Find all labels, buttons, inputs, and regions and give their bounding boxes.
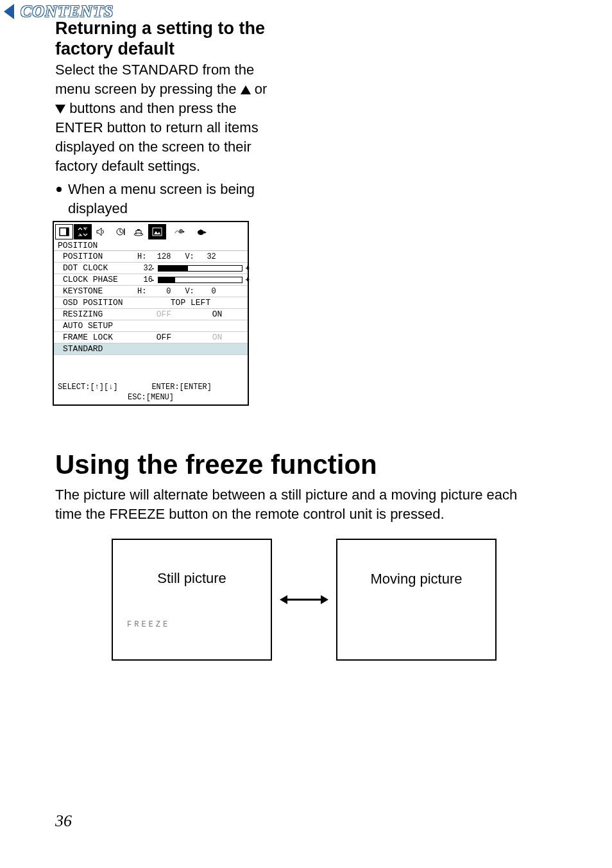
bullet-dot-icon	[56, 187, 62, 192]
language-icon	[167, 224, 192, 239]
back-arrow-icon	[4, 4, 14, 19]
svg-marker-2	[97, 228, 101, 236]
osd-rows: POSITION H: 128 V: 32 DOT CLOCK 32 - +	[54, 251, 248, 355]
row-position: POSITION H: 128 V: 32	[54, 251, 248, 263]
freeze-marker: FREEZE	[127, 620, 170, 629]
svg-rect-6	[124, 229, 125, 235]
section2-paragraph: The picture will alternate between a sti…	[55, 485, 543, 524]
svg-point-14	[198, 230, 204, 235]
row-label: DOT CLOCK	[63, 263, 137, 273]
bullet-item: When a menu screen is being displayed	[55, 180, 273, 218]
row-frame-lock: FRAME LOCK OFF ON	[54, 332, 248, 343]
minus-icon: -	[151, 265, 155, 272]
section-returning-default: Returning a setting to the factory defau…	[55, 18, 273, 218]
svg-marker-18	[280, 595, 287, 604]
para-before-up: Select the STANDARD from the menu screen…	[55, 62, 254, 97]
still-picture-box: Still picture FREEZE	[112, 539, 272, 661]
position-v-val: 32	[198, 252, 216, 261]
row-auto-setup: AUTO SETUP	[54, 320, 248, 332]
osd-iconbar	[54, 222, 248, 241]
still-picture-label: Still picture	[157, 570, 226, 587]
moving-picture-label: Moving picture	[370, 571, 462, 587]
freeze-diagram: Still picture FREEZE Moving picture	[112, 535, 497, 664]
footer-select: SELECT:[↑][↓]	[58, 383, 135, 392]
section2-heading: Using the freeze function	[55, 449, 562, 480]
para-between: or	[255, 81, 268, 97]
footer-esc: ESC:[MENU]	[58, 393, 244, 402]
dot-clock-slider: - +	[158, 265, 242, 272]
row-standard: STANDARD	[54, 343, 248, 355]
osd-position-value: TOP LEFT	[137, 298, 244, 308]
input-icon	[55, 224, 73, 239]
moving-picture-box: Moving picture	[336, 539, 497, 661]
svg-rect-1	[66, 228, 69, 236]
row-label: RESIZING	[63, 309, 137, 319]
row-osd-position: OSD POSITION TOP LEFT	[54, 297, 248, 309]
plus-icon: +	[245, 276, 250, 284]
resizing-off: OFF	[137, 309, 191, 319]
row-label: AUTO SETUP	[63, 321, 137, 331]
svg-marker-19	[321, 595, 328, 604]
position-h-label: H:	[137, 252, 146, 261]
svg-point-7	[134, 233, 143, 236]
picture-icon	[148, 224, 166, 239]
keystone-h-val: 0	[150, 287, 171, 296]
clock-icon	[111, 224, 129, 239]
row-label: FRAME LOCK	[63, 333, 137, 342]
row-label: POSITION	[63, 252, 137, 261]
section1-heading: Returning a setting to the factory defau…	[55, 18, 273, 59]
position-v-label: V:	[185, 252, 194, 261]
row-label: KEYSTONE	[63, 286, 137, 296]
frame-lock-on: ON	[191, 333, 244, 342]
keystone-v-label: V:	[185, 287, 194, 296]
keystone-v-val: 0	[198, 287, 216, 296]
down-arrow-icon	[55, 105, 65, 114]
lamp-icon	[130, 224, 148, 239]
frame-lock-off-on: OFF ON	[137, 333, 244, 342]
keystone-h-label: H:	[137, 287, 146, 296]
osd-title: POSITION	[54, 241, 248, 251]
double-arrow-icon	[272, 592, 336, 607]
option-icon	[193, 224, 211, 239]
row-keystone: KEYSTONE H: 0 V: 0	[54, 286, 248, 297]
position-h-val: 128	[150, 252, 171, 261]
row-label: CLOCK PHASE	[63, 275, 137, 284]
para-after-down: buttons and then press the ENTER button …	[55, 100, 259, 174]
svg-line-5	[120, 232, 122, 233]
slider-fill	[158, 277, 175, 282]
row-resizing: RESIZING OFF ON	[54, 309, 248, 320]
svg-rect-8	[137, 229, 140, 230]
clock-phase-slider: - +	[158, 277, 242, 283]
frame-lock-off: OFF	[137, 333, 191, 342]
osd-menu: POSITION POSITION H: 128 V: 32 DOT CLOCK…	[53, 221, 249, 406]
position-icon	[74, 224, 92, 239]
resizing-off-on: OFF ON	[137, 309, 244, 319]
section1-paragraph: Select the STANDARD from the menu screen…	[55, 60, 273, 176]
page-number: 36	[55, 812, 72, 831]
row-label: STANDARD	[63, 344, 137, 354]
resizing-on: ON	[191, 309, 244, 319]
minus-icon: -	[151, 276, 155, 284]
svg-rect-9	[153, 228, 162, 236]
bullet-text: When a menu screen is being displayed	[68, 180, 273, 218]
svg-marker-13	[183, 231, 185, 233]
plus-icon: +	[245, 265, 250, 272]
svg-marker-10	[154, 231, 160, 234]
row-dot-clock: DOT CLOCK 32 - +	[54, 263, 248, 274]
svg-marker-15	[204, 231, 207, 234]
osd-footer: SELECT:[↑][↓] ENTER:[ENTER] ESC:[MENU]	[54, 383, 248, 402]
row-clock-phase: CLOCK PHASE 16 - +	[54, 274, 248, 286]
up-arrow-icon	[241, 85, 251, 94]
slider-fill	[158, 266, 188, 271]
section-freeze: Using the freeze function The picture wi…	[55, 449, 562, 524]
footer-enter: ENTER:[ENTER]	[135, 383, 244, 392]
audio-icon	[92, 224, 110, 239]
row-label: OSD POSITION	[63, 298, 137, 308]
